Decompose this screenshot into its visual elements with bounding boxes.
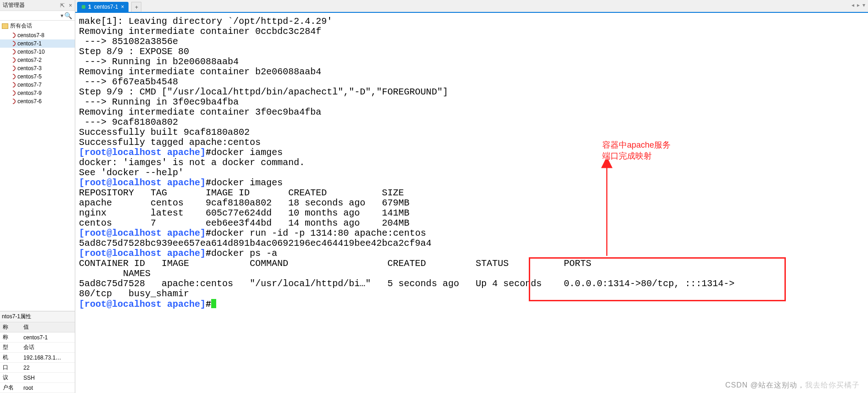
sidebar-header: 话管理器 ⇱ ×	[0, 0, 75, 11]
status-dot-icon	[82, 5, 85, 9]
prop-key: 称	[0, 332, 21, 343]
tree-item[interactable]: centos7-9	[0, 89, 75, 97]
tree-item[interactable]: centos7-3	[0, 64, 75, 72]
prop-key: 型	[0, 343, 21, 353]
session-icon	[10, 66, 16, 71]
tree-item-label: centos7-10	[17, 49, 45, 55]
sidebar-title: 话管理器	[3, 1, 25, 9]
prompt: [root@localhost apache]#	[79, 147, 211, 158]
tree-item-label: centos7-7	[17, 82, 42, 88]
tree-item[interactable]: centos7-5	[0, 72, 75, 81]
tree-root[interactable]: 所有会话	[0, 21, 75, 31]
tree-item[interactable]: censtos7-8	[0, 31, 75, 39]
prop-value: centos7-1	[21, 332, 75, 343]
term-block-d: 5ad8c75d7528bc939ee657ea614d891b4ac06921…	[79, 238, 431, 249]
tab-overflow-controls: ◂ ▸ ▾	[851, 2, 865, 8]
tree-item-label: censtos7-8	[17, 32, 45, 39]
search-icon[interactable]: 🔍	[64, 12, 72, 19]
dropdown-icon[interactable]: ▾	[60, 12, 64, 19]
term-block-a: make[1]: Leaving directory `/opt/httpd-2…	[79, 16, 448, 148]
tab-index: 1	[88, 4, 91, 10]
tree-item-label: centos7-9	[17, 90, 42, 96]
tree-item[interactable]: centos7-6	[0, 97, 75, 105]
cmd1: docker iamges	[211, 147, 283, 158]
tree-item[interactable]: centos7-7	[0, 81, 75, 89]
cmd2: docker images	[211, 177, 283, 188]
tree-item-label: centos7-3	[17, 65, 42, 72]
prop-value: 会话	[21, 343, 75, 353]
prop-key: 口	[0, 363, 21, 373]
tab-active[interactable]: 1 centos7-1 ×	[77, 2, 129, 12]
tree-item-label: centos7-1	[17, 40, 42, 47]
tab-dropdown-icon[interactable]: ▾	[862, 2, 865, 8]
new-tab-button[interactable]: +	[131, 2, 141, 12]
scroll-left-icon[interactable]: ◂	[851, 2, 854, 8]
prompt: [root@localhost apache]#	[79, 248, 211, 259]
prop-value: 22	[21, 363, 75, 373]
watermark: CSDN @站在这别动，我去给你买橘子	[725, 380, 860, 390]
annotation-text: 容器中apache服务端口完成映射	[602, 139, 671, 161]
properties-table: 称 值 称centos7-1型会话机192.168.73.1…口22议SSH户名…	[0, 322, 75, 393]
session-manager-sidebar: 话管理器 ⇱ × ▾ 🔍 所有会话 censtos7-8centos7-1cen…	[0, 0, 75, 393]
prop-key: 机	[0, 353, 21, 363]
prop-value: 192.168.73.1…	[21, 353, 75, 363]
term-block-b: docker: 'iamges' is not a docker command…	[79, 157, 305, 178]
session-icon	[10, 74, 16, 79]
cmd4: docker ps -a	[211, 248, 277, 259]
session-icon	[10, 90, 16, 96]
table-row: 机192.168.73.1…	[0, 353, 75, 363]
prompt: [root@localhost apache]#	[79, 299, 211, 310]
tree-item-label: centos7-5	[17, 73, 42, 80]
scroll-right-icon[interactable]: ▸	[857, 2, 860, 8]
session-icon	[10, 49, 16, 55]
prop-value: SSH	[21, 373, 75, 383]
cmd3: docker run -id -p 1314:80 apache:centos	[211, 228, 426, 238]
tab-label: centos7-1	[94, 4, 118, 10]
term-block-e: CONTAINER ID IMAGE COMMAND CREATED STATU…	[79, 258, 868, 299]
tab-close-icon[interactable]: ×	[121, 4, 124, 10]
table-row: 户名root	[0, 383, 75, 393]
pin-icon[interactable]: ⇱	[60, 2, 65, 9]
session-tree[interactable]: 所有会话 censtos7-8centos7-1centos7-10centos…	[0, 21, 75, 311]
prompt: [root@localhost apache]#	[79, 177, 211, 188]
table-row: 议SSH	[0, 373, 75, 383]
terminal-cursor	[211, 299, 216, 308]
session-icon	[10, 82, 16, 88]
terminal-output[interactable]: make[1]: Leaving directory `/opt/httpd-2…	[75, 13, 868, 393]
tree-root-label: 所有会话	[10, 22, 32, 30]
prop-key: 户名	[0, 383, 21, 393]
annotation-arrow-icon	[599, 160, 617, 260]
session-icon	[10, 41, 16, 46]
main-area: 1 centos7-1 × + ◂ ▸ ▾ make[1]: Leaving d…	[75, 0, 868, 393]
prop-value: root	[21, 383, 75, 393]
tree-item-label: centos7-6	[17, 98, 42, 105]
properties-title: ntos7-1属性	[0, 311, 75, 322]
prompt: [root@localhost apache]#	[79, 228, 211, 238]
tree-item-label: centos7-2	[17, 57, 42, 63]
tree-item[interactable]: centos7-2	[0, 56, 75, 64]
prop-key: 议	[0, 373, 21, 383]
prop-value-header: 值	[21, 322, 75, 332]
session-icon	[10, 57, 16, 63]
close-icon[interactable]: ×	[69, 2, 72, 9]
session-icon	[10, 99, 16, 104]
prop-name-header: 称	[0, 322, 21, 332]
tree-item[interactable]: centos7-1	[0, 39, 75, 48]
sidebar-search-row: ▾ 🔍	[0, 11, 75, 21]
table-row: 口22	[0, 363, 75, 373]
table-row: 称centos7-1	[0, 332, 75, 343]
session-icon	[10, 33, 16, 38]
folder-icon	[2, 23, 8, 29]
tab-bar: 1 centos7-1 × + ◂ ▸ ▾	[75, 0, 868, 13]
term-block-c: REPOSITORY TAG IMAGE ID CREATED SIZE apa…	[79, 188, 409, 228]
table-row: 型会话	[0, 343, 75, 353]
properties-panel: ntos7-1属性 称 值 称centos7-1型会话机192.168.73.1…	[0, 311, 75, 393]
tree-item[interactable]: centos7-10	[0, 48, 75, 56]
